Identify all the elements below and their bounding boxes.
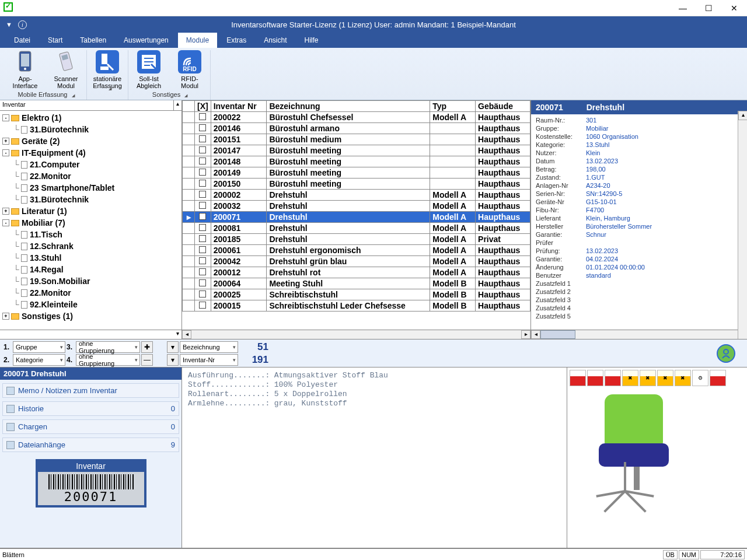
ribbon-rfid[interactable]: RFIDRFID-Modul xyxy=(173,50,207,89)
table-row[interactable]: 200146Bürostuhl armanoHaupthaus xyxy=(183,123,530,134)
filter-remove-button[interactable]: — xyxy=(141,354,153,366)
tree-item[interactable]: └19.Son.Mobiliar xyxy=(0,275,181,287)
sort-combo-2[interactable]: Inventar-Nr xyxy=(180,354,238,366)
checkbox[interactable] xyxy=(199,158,206,164)
tree-item[interactable]: └22.Monitor xyxy=(0,170,181,182)
checkbox[interactable] xyxy=(199,224,206,231)
table-row[interactable]: 200151Bürostuhl mediumHaupthaus xyxy=(183,134,530,145)
grid-header[interactable]: Gebäude xyxy=(476,101,530,112)
checkbox[interactable] xyxy=(199,290,206,298)
menu-hilfe[interactable]: Hilfe xyxy=(296,33,327,48)
menu-dropdown-icon[interactable]: ▼ xyxy=(6,21,12,28)
sort-button-1[interactable]: ▾ xyxy=(167,341,179,353)
ribbon-scanner-modul[interactable]: Scanner Modul xyxy=(49,50,83,89)
checkbox[interactable] xyxy=(199,246,206,253)
detail-vscroll[interactable]: ▴ xyxy=(738,111,747,339)
grid-header[interactable]: Inventar Nr xyxy=(211,101,267,112)
checkbox[interactable] xyxy=(199,213,206,220)
tree-item[interactable]: +Sonstiges (1) xyxy=(0,310,181,322)
pdf-icon[interactable]: PDF xyxy=(710,370,726,386)
checkbox[interactable] xyxy=(199,191,206,198)
table-row[interactable]: 200022Bürostuhl ChefsesselModell AHaupth… xyxy=(183,112,530,123)
sort-combo-1[interactable]: Bezeichnung xyxy=(180,341,238,353)
table-row[interactable]: 200002DrehstuhlModell AHaupthaus xyxy=(183,190,530,201)
table-row[interactable]: 200025SchreibtischstuhlModell BHaupthaus xyxy=(183,289,530,300)
filter-2-combo[interactable]: Kategorie xyxy=(13,354,65,366)
table-row[interactable]: 200064Meeting StuhlModell BHaupthaus xyxy=(183,278,530,289)
table-row[interactable]: 200149Bürostuhl meetingHaupthaus xyxy=(183,167,530,178)
ribbon-app-interface[interactable]: App-Interface xyxy=(8,50,42,89)
table-row[interactable]: 200147Bürostuhl meetingHaupthaus xyxy=(183,145,530,156)
grid-hscroll[interactable]: ◂▸ xyxy=(182,330,530,339)
action-icon[interactable]: ✖ xyxy=(675,370,691,386)
filter-3-combo[interactable]: ohne Gruppierung xyxy=(76,341,140,353)
grid[interactable]: [X]Inventar NrBezeichnungTypGebäude20002… xyxy=(182,100,530,330)
minimize-button[interactable]: — xyxy=(670,0,696,16)
checkbox[interactable] xyxy=(199,279,206,286)
sort-button-2[interactable]: ▾ xyxy=(167,354,179,366)
action-icon[interactable]: ✖ xyxy=(622,370,638,386)
table-row[interactable]: 200081DrehstuhlModell AHaupthaus xyxy=(183,223,530,234)
tree-item[interactable]: └31.Bürotechnik xyxy=(0,124,181,135)
tree-item[interactable]: -Elektro (1) xyxy=(0,112,181,124)
tree-item[interactable]: -IT-Equipment (4) xyxy=(0,147,181,159)
pdf-icon[interactable]: PDF xyxy=(587,370,603,386)
maximize-button[interactable]: ☐ xyxy=(696,0,721,16)
checkbox[interactable] xyxy=(199,268,206,275)
tree-toggle-icon[interactable]: - xyxy=(2,114,9,121)
ribbon-stationaere-erfassung[interactable]: stationäre Erfassung xyxy=(90,50,124,89)
bl-row[interactable]: Dateianhänge9 xyxy=(2,438,179,452)
tree[interactable]: -Elektro (1)└31.Bürotechnik+Geräte (2)-I… xyxy=(0,111,181,330)
tree-item[interactable]: └12.Schrank xyxy=(0,240,181,252)
checkbox[interactable] xyxy=(199,235,206,242)
grid-header[interactable]: [X] xyxy=(195,101,211,112)
menu-ansicht[interactable]: Ansicht xyxy=(256,33,295,48)
tree-item[interactable]: -Mobiliar (7) xyxy=(0,217,181,229)
filter-add-button[interactable]: ✚ xyxy=(141,341,153,353)
menu-auswertungen[interactable]: Auswertungen xyxy=(116,33,177,48)
pdf-icon[interactable]: PDF xyxy=(570,370,586,386)
filter-4-combo[interactable]: ohne Gruppierung xyxy=(76,354,140,366)
detail-hscroll[interactable]: ◂▸ xyxy=(531,330,747,339)
tree-item[interactable]: +Literatur (1) xyxy=(0,205,181,217)
tree-toggle-icon[interactable]: + xyxy=(2,208,9,215)
grid-header[interactable]: Typ xyxy=(430,101,476,112)
action-icon[interactable]: ✖ xyxy=(657,370,673,386)
table-row[interactable]: 200061Drehstuhl ergonomischModell AHaupt… xyxy=(183,245,530,256)
menu-datei[interactable]: Datei xyxy=(6,33,39,48)
checkbox[interactable] xyxy=(199,180,206,187)
table-row[interactable]: 200015Schreibtischstuhl Leder ChefsesseM… xyxy=(183,300,530,312)
tree-scroll-down[interactable]: ▾ xyxy=(0,330,181,339)
checkbox[interactable] xyxy=(199,113,206,120)
tree-item[interactable]: └92.Kleinteile xyxy=(0,299,181,310)
tree-item[interactable]: └14.Regal xyxy=(0,264,181,275)
tree-item[interactable]: └21.Computer xyxy=(0,159,181,170)
tree-item[interactable]: └23 Smartphone/Tablet xyxy=(0,182,181,194)
table-row[interactable]: 200042Drehstuhl grün blauModell AHauptha… xyxy=(183,256,530,267)
tree-item[interactable]: └13.Stuhl xyxy=(0,252,181,264)
bl-row[interactable]: Memo / Notizen zum Inventar xyxy=(2,383,179,398)
tree-toggle-icon[interactable]: + xyxy=(2,313,9,320)
ribbon-soll-ist[interactable]: Soll-Ist Abgleich xyxy=(132,50,166,89)
table-row[interactable]: ▸200071DrehstuhlModell AHaupthaus xyxy=(183,212,530,223)
tree-toggle-icon[interactable]: - xyxy=(2,219,9,226)
table-row[interactable]: 200185DrehstuhlModell APrivat xyxy=(183,234,530,245)
checkbox[interactable] xyxy=(199,124,206,131)
menu-extras[interactable]: Extras xyxy=(218,33,254,48)
tree-toggle-icon[interactable]: + xyxy=(2,138,9,145)
action-icon[interactable]: ✖ xyxy=(640,370,656,386)
tree-item[interactable]: └31.Bürotechnik xyxy=(0,194,181,205)
tree-item[interactable]: +Geräte (2) xyxy=(0,135,181,147)
info-icon[interactable]: i xyxy=(18,20,27,29)
table-row[interactable]: 200150Bürostuhl meetingHaupthaus xyxy=(183,178,530,190)
checkbox[interactable] xyxy=(199,146,206,153)
grid-header[interactable]: Bezeichnung xyxy=(267,101,430,112)
tree-item[interactable]: └22.Monitor xyxy=(0,287,181,299)
table-row[interactable]: 200148Bürostuhl meetingHaupthaus xyxy=(183,156,530,167)
tree-up-button[interactable]: ▴ xyxy=(173,100,181,110)
checkbox[interactable] xyxy=(199,257,206,264)
tree-item[interactable]: └11.Tisch xyxy=(0,229,181,240)
checkbox[interactable] xyxy=(199,202,206,209)
table-row[interactable]: 200012Drehstuhl rotModell AHaupthaus xyxy=(183,267,530,278)
checkbox[interactable] xyxy=(199,135,206,142)
